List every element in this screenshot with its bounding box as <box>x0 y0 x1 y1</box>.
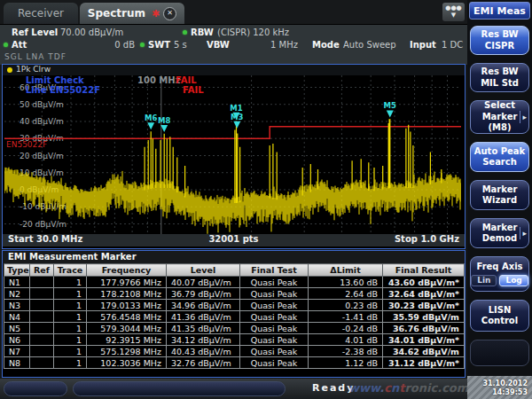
submenu-arrow-icon: ▸ <box>520 111 527 123</box>
rbw-label[interactable]: RBW <box>191 27 214 37</box>
dots-icon: ●●● <box>442 4 465 12</box>
submenu-arrow-icon: ▸ <box>520 227 527 239</box>
table-row[interactable]: N51579.3044 MHz41.35 dBµV/mQuasi Peak-0.… <box>4 323 465 334</box>
tab-spectrum-label: Spectrum <box>88 7 145 20</box>
col-frequency: Frequency <box>87 264 167 277</box>
marker-table-body: N11177.9766 MHz40.07 dBµV/mQuasi Peak13.… <box>4 277 465 369</box>
softkey-freq-axis[interactable]: Freq AxisLinLog <box>470 256 529 292</box>
center-freq-label: 100 MHz <box>137 75 181 85</box>
softkey-marker-wizard[interactable]: MarkerWizard <box>470 180 529 210</box>
ref-level-value[interactable]: 70.00 dBµV/m <box>60 27 123 37</box>
table-row[interactable]: N71575.1298 MHz40.43 dBµV/mQuasi Peak-2.… <box>4 346 465 357</box>
softkey-res-bw-cispr[interactable]: Res BWCISPR <box>470 26 529 55</box>
datetime-panel: 31.10.2012 14:39:53 <box>467 376 532 399</box>
svg-text:40 dBµV/m: 40 dBµV/m <box>20 117 64 126</box>
swt-label[interactable]: SWT <box>148 40 170 50</box>
status-slot-1[interactable] <box>4 381 67 396</box>
swt-value[interactable]: 5 s <box>174 40 187 50</box>
tab-bar: Receiver Spectrum ✱ ✕ ●●● ▼ <box>0 0 467 24</box>
trace-info-bar: 1Pk Clrw <box>3 65 465 75</box>
svg-text:M8: M8 <box>158 116 170 125</box>
sidebar-buttons: Res BWCISPRRes BWMIL StdSelectMarker(M8)… <box>467 26 532 374</box>
settings-header: Ref Level 70.00 dBµV/m RBW (CISPR) 120 k… <box>0 24 467 65</box>
swt-led-icon <box>140 43 145 47</box>
tab-receiver-label: Receiver <box>18 7 64 20</box>
softkey-lisn-control[interactable]: LISNControl <box>470 300 529 332</box>
softkey-sidebar: EMI Meas Res BWCISPRRes BWMIL StdSelectM… <box>467 0 532 399</box>
limit-line-label: Line EN55022F <box>26 85 100 95</box>
col-final-test: Final Test <box>240 264 309 277</box>
rbw-led-icon <box>183 30 187 35</box>
att-value[interactable]: 0 dB <box>105 40 135 50</box>
unsaved-star-icon: ✱ <box>152 8 160 20</box>
main-area: Receiver Spectrum ✱ ✕ ●●● ▼ Ref Level 70… <box>0 0 467 399</box>
att-led-icon <box>4 43 8 47</box>
svg-text:EN55022F: EN55022F <box>6 140 47 149</box>
table-header-row: Type Ref Trace Frequency Level Final Tes… <box>4 264 465 277</box>
svg-text:50 dBµV/m: 50 dBµV/m <box>20 100 64 109</box>
vbw-value[interactable]: 1 MHz <box>266 40 298 50</box>
date-label: 31.10.2012 <box>467 379 528 388</box>
input-label[interactable]: Input <box>410 40 436 50</box>
table-row[interactable]: N31179.0133 MHz34.96 dBµV/mQuasi Peak0.2… <box>4 300 465 311</box>
svg-text:M1: M1 <box>230 104 242 113</box>
watermark: www.cntronic.com <box>348 381 468 395</box>
chevron-down-icon: ▼ <box>442 12 465 19</box>
sweep-points-label: 32001 pts <box>208 234 258 244</box>
svg-text:20 dBµV/m: 20 dBµV/m <box>20 152 64 160</box>
marker-table-window: EMI Measurement Marker Type Ref Trace Fr… <box>2 250 466 378</box>
svg-text:M3: M3 <box>231 113 243 121</box>
col-trace: Trace <box>54 264 87 277</box>
table-row[interactable]: N6192.3915 MHz34.12 dBµV/mQuasi Peak4.01… <box>4 334 465 346</box>
spectrum-window: 1Pk Clrw 60 dBµV/m50 dBµV/m40 dBµV/m30 d… <box>2 64 466 249</box>
start-freq-label: Start 30.0 MHz <box>8 234 82 244</box>
input-value[interactable]: 1 DC <box>442 40 463 50</box>
svg-text:M6: M6 <box>145 113 157 122</box>
col-ref: Ref <box>30 264 54 277</box>
table-row[interactable]: N81102.3036 MHz32.76 dBµV/mQuasi Peak1.1… <box>4 357 465 369</box>
trace-label[interactable]: 1Pk Clrw <box>16 65 51 74</box>
softkey-marker-demod[interactable]: MarkerDemod▸ <box>470 218 529 248</box>
softkey-res-bw-mil-std[interactable]: Res BWMIL Std <box>470 63 529 92</box>
table-row[interactable]: N41576.4548 MHz41.36 dBµV/mQuasi Peak-1.… <box>4 311 465 323</box>
stop-freq-label: Stop 1.0 GHz <box>395 234 459 244</box>
svg-text:M5: M5 <box>384 101 396 110</box>
col-delta-limit: ΔLimit <box>309 264 383 277</box>
time-label: 14:39:53 <box>467 388 528 397</box>
col-type: Type <box>4 264 30 277</box>
att-label[interactable]: Att <box>12 40 27 50</box>
marker-table-title: EMI Measurement Marker <box>3 251 465 263</box>
rbw-value[interactable]: (CISPR) 120 kHz <box>217 27 289 37</box>
ref-level-label[interactable]: Ref Level <box>12 27 58 37</box>
limit-check-label: Limit Check <box>26 75 84 85</box>
close-tab-icon[interactable]: ✕ <box>163 7 176 20</box>
status-bar: Ready www.cntronic.com <box>0 379 467 399</box>
col-final-result: Final Result <box>383 264 465 277</box>
softkey-select-marker[interactable]: SelectMarker(M8)▸ <box>470 100 529 134</box>
svg-text:-20 dBµV/m: -20 dBµV/m <box>20 220 66 229</box>
spectrum-svg: 60 dBµV/m50 dBµV/m40 dBµV/m30 dBµV/m20 d… <box>4 75 461 234</box>
tab-spectrum[interactable]: Spectrum ✱ ✕ <box>80 3 184 24</box>
mode-value[interactable]: Auto Sweep <box>343 40 396 50</box>
softkey-empty[interactable] <box>470 340 529 366</box>
mode-label[interactable]: Mode <box>312 40 340 50</box>
limit-line-result: FAIL <box>183 85 204 95</box>
toggle-lin[interactable]: Lin <box>471 275 497 286</box>
trace-led-icon <box>7 67 12 73</box>
plot-footer: Start 30.0 MHz 32001 pts Stop 1.0 GHz <box>3 234 465 246</box>
tab-receiver[interactable]: Receiver <box>4 3 78 24</box>
marker-table: Type Ref Trace Frequency Level Final Tes… <box>4 263 465 369</box>
softkey-menu-title: EMI Meas <box>469 2 530 20</box>
table-row[interactable]: N11177.9766 MHz40.07 dBµV/mQuasi Peak13.… <box>4 277 465 288</box>
limit-check-result: FAIL <box>176 75 197 85</box>
tab-list-dropdown-button[interactable]: ●●● ▼ <box>442 3 465 21</box>
toggle-log[interactable]: Log <box>499 275 528 286</box>
table-row[interactable]: N21178.2108 MHz36.79 dBµV/mQuasi Peak2.6… <box>4 288 465 300</box>
sweep-flags: SGL LNA TDF <box>4 52 66 61</box>
vbw-label[interactable]: VBW <box>207 40 230 50</box>
spectrum-plot[interactable]: 60 dBµV/m50 dBµV/m40 dBµV/m30 dBµV/m20 d… <box>4 75 461 234</box>
col-level: Level <box>167 264 240 277</box>
softkey-auto-peak-search[interactable]: Auto PeakSearch <box>470 142 529 172</box>
status-slot-2[interactable] <box>73 381 286 396</box>
